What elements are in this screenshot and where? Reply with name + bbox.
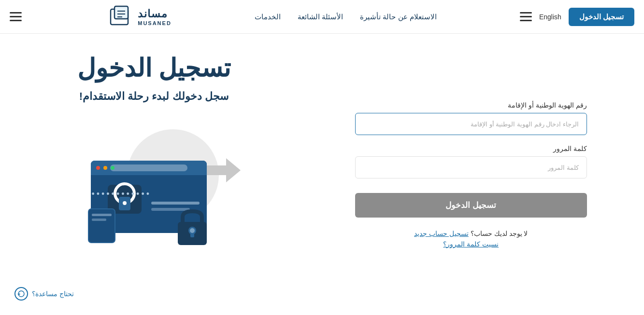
logo-icon [110,5,133,28]
svg-rect-10 [110,164,187,171]
password-input[interactable] [355,156,587,178]
svg-point-13 [111,166,114,170]
logo-arabic: مساند [138,8,168,20]
nav-visa-status[interactable]: الاستعلام عن حالة تأشيرة [360,13,437,21]
id-input[interactable] [355,113,587,135]
bottom-links: لا يوجد لديك حساب؟ تسجيل حساب جديد نسيت … [355,230,587,248]
svg-text:••••••••••••: •••••••••••• [92,189,152,199]
id-field-label: رقم الهوية الوطنية أو الإقامة [355,101,587,109]
login-illustration-svg: •••••••••••• [62,122,245,247]
submit-login-button[interactable]: تسجيل الدخول [355,193,587,218]
logo-english: MUSANED [138,20,172,26]
no-account-text: لا يوجد لديك حساب؟ تسجيل حساب جديد [355,230,587,237]
header: تسجيل الدخول English الاستعلام عن حالة ت… [0,0,644,34]
svg-rect-19 [151,202,200,205]
password-field-group: كلمة المرور [355,145,587,188]
help-button[interactable]: تحتاج مساعدة؟ ••• [14,287,74,301]
nav-services[interactable]: الخدمات [255,13,281,21]
password-field-label: كلمة المرور [355,145,587,152]
svg-rect-23 [92,219,106,221]
help-circle-icon: ••• [14,287,28,301]
svg-point-11 [96,166,100,170]
logo-text: مساند MUSANED [138,8,172,26]
svg-rect-20 [151,208,190,211]
form-section: رقم الهوية الوطنية أو الإقامة كلمة المرو… [317,34,644,315]
svg-point-12 [103,166,107,170]
svg-rect-22 [92,214,112,216]
main-content: رقم الهوية الوطنية أو الإقامة كلمة المرو… [0,34,644,315]
logo-area: مساند MUSANED [110,5,172,28]
main-nav: الاستعلام عن حالة تأشيرة الأسئلة الشائعة… [255,13,437,21]
language-button[interactable]: English [539,13,561,21]
hero-subtitle: سجل دخولك لبدء رحلة الاستقدام! [79,90,229,103]
svg-point-17 [123,201,127,205]
nav-faq[interactable]: الأسئلة الشائعة [298,13,343,21]
hero-illustration: •••••••••••• [62,122,245,247]
register-link[interactable]: تسجيل حساب جديد [414,230,469,237]
hero-section: تسجيل الدخول سجل دخولك لبدء رحلة الاستقد… [0,34,317,315]
hero-title: تسجيل الدخول [77,53,230,83]
svg-point-27 [190,228,195,233]
header-left: تسجيل الدخول English [520,8,634,26]
help-label: تحتاج مساعدة؟ [32,290,74,298]
menu-right-icon[interactable] [10,12,22,21]
hamburger-menu-icon[interactable] [520,12,532,21]
id-field-group: رقم الهوية الوطنية أو الإقامة [355,101,587,145]
svg-text:•••: ••• [18,292,20,297]
forgot-password-link[interactable]: نسيت كلمة المرور؟ [355,240,587,248]
login-header-button[interactable]: تسجيل الدخول [569,8,634,26]
login-form-container: رقم الهوية الوطنية أو الإقامة كلمة المرو… [355,101,587,248]
